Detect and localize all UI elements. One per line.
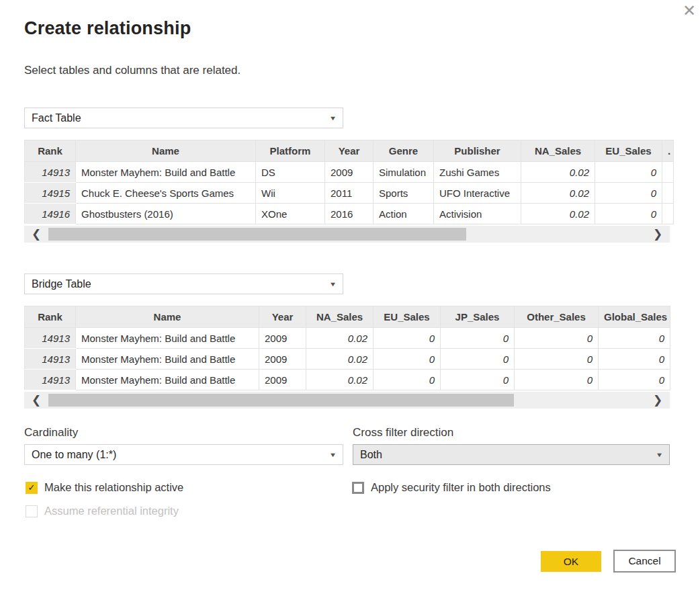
cell: 2009 [325, 162, 374, 183]
checkbox-unchecked-icon[interactable] [352, 482, 364, 494]
scrollbar-thumb[interactable] [48, 394, 514, 407]
cell: 2009 [259, 370, 306, 390]
cell: 2011 [325, 183, 374, 204]
bridge-table-select-value: Bridge Table [32, 278, 324, 290]
cell: 0 [595, 162, 662, 183]
cross-filter-label: Cross filter direction [353, 426, 453, 439]
cardinality-label: Cardinality [24, 426, 78, 439]
scroll-right-icon[interactable]: ❯ [646, 226, 670, 243]
cell [662, 183, 674, 204]
chevron-down-icon: ▼ [329, 452, 337, 458]
column-header[interactable]: . [662, 140, 674, 162]
cell: 0 [515, 370, 599, 390]
apply-security-filter-label: Apply security filter in both directions [371, 481, 551, 494]
column-header[interactable]: Global_Sales [599, 306, 670, 328]
cell: 2016 [325, 204, 374, 224]
cell: 0 [595, 204, 662, 224]
table-header-row: RankNamePlatformYearGenrePublisherNA_Sal… [25, 140, 674, 162]
cell: Chuck E. Cheese's Sports Games [76, 183, 256, 204]
column-header[interactable]: Rank [25, 306, 76, 328]
cell: 2009 [259, 328, 306, 349]
cell: 0 [374, 328, 441, 349]
bridge-table-scrollbar[interactable]: ❮ ❯ [24, 392, 670, 409]
chevron-down-icon: ▼ [329, 115, 337, 122]
checkbox-disabled-icon [26, 505, 38, 517]
cancel-button[interactable]: Cancel [613, 550, 676, 573]
column-header[interactable]: Platform [256, 140, 325, 162]
page-title: Create relationship [24, 18, 191, 39]
column-header[interactable]: Rank [25, 140, 76, 162]
bridge-table-select[interactable]: Bridge Table ▼ [24, 273, 343, 294]
cell: 0 [441, 370, 515, 390]
cell: 0 [595, 183, 662, 204]
cell: 0.02 [521, 162, 595, 183]
scrollbar-track[interactable] [48, 228, 646, 241]
cell: Monster Mayhem: Build and Battle [76, 328, 259, 349]
column-header[interactable]: Year [259, 306, 306, 328]
cardinality-select[interactable]: One to many (1:*) ▼ [24, 444, 343, 465]
cell: 0 [515, 328, 599, 349]
fact-table-scrollbar[interactable]: ❮ ❯ [24, 226, 670, 243]
cell: Simulation [374, 162, 434, 183]
fact-table-grid: RankNamePlatformYearGenrePublisherNA_Sal… [24, 140, 674, 224]
cell: Monster Mayhem: Build and Battle [76, 162, 256, 183]
make-relationship-active-checkbox[interactable]: ✓ Make this relationship active [26, 481, 183, 494]
ok-button[interactable]: OK [541, 551, 601, 572]
column-header[interactable]: EU_Sales [374, 306, 441, 328]
cell: 14913 [25, 328, 76, 349]
table-row[interactable]: 14913Monster Mayhem: Build and BattleDS2… [25, 162, 674, 183]
column-header[interactable]: NA_Sales [521, 140, 595, 162]
fact-table-select[interactable]: Fact Table ▼ [24, 108, 343, 128]
cell: 14913 [25, 370, 76, 390]
chevron-down-icon: ▼ [656, 452, 664, 458]
dialog-subtitle: Select tables and columns that are relat… [24, 64, 240, 77]
cell: 0 [441, 349, 515, 370]
column-header[interactable]: EU_Sales [595, 140, 662, 162]
table-row[interactable]: 14916Ghostbusters (2016)XOne2016ActionAc… [25, 204, 674, 224]
cell: Wii [256, 183, 325, 204]
close-icon[interactable]: ✕ [679, 0, 700, 22]
cell: DS [256, 162, 325, 183]
table-row[interactable]: 14913Monster Mayhem: Build and Battle200… [25, 328, 670, 349]
cell: 0.02 [521, 204, 595, 224]
cell: 0 [599, 349, 670, 370]
scrollbar-thumb[interactable] [48, 228, 466, 241]
apply-security-filter-checkbox[interactable]: Apply security filter in both directions [352, 481, 551, 494]
cell: 2009 [259, 349, 306, 370]
cell: 0 [374, 370, 441, 390]
column-header[interactable]: JP_Sales [441, 306, 515, 328]
chevron-down-icon: ▼ [329, 281, 337, 288]
cell: 0.02 [306, 328, 374, 349]
table-header-row: RankNameYearNA_SalesEU_SalesJP_SalesOthe… [25, 306, 670, 328]
column-header[interactable]: Year [325, 140, 374, 162]
scrollbar-track[interactable] [48, 394, 646, 407]
cell: Zushi Games [434, 162, 521, 183]
cross-filter-select[interactable]: Both ▼ [353, 444, 670, 465]
scroll-left-icon[interactable]: ❮ [24, 226, 48, 243]
cross-filter-select-value: Both [360, 449, 651, 461]
column-header[interactable]: Name [76, 306, 259, 328]
table-row[interactable]: 14913Monster Mayhem: Build and Battle200… [25, 349, 670, 370]
cell: 0.02 [306, 370, 374, 390]
column-header[interactable]: Name [76, 140, 256, 162]
checkbox-checked-icon[interactable]: ✓ [26, 482, 38, 494]
column-header[interactable]: NA_Sales [306, 306, 374, 328]
scroll-left-icon[interactable]: ❮ [24, 392, 48, 409]
cell [662, 162, 674, 183]
assume-referential-integrity-label: Assume referential integrity [44, 505, 179, 517]
cell: XOne [256, 204, 325, 224]
table-row[interactable]: 14913Monster Mayhem: Build and Battle200… [25, 370, 670, 390]
cell: 0 [599, 328, 670, 349]
cell: 0 [441, 328, 515, 349]
cell: Activision [434, 204, 521, 224]
column-header[interactable]: Publisher [434, 140, 521, 162]
cell: Action [374, 204, 434, 224]
bridge-table-grid: RankNameYearNA_SalesEU_SalesJP_SalesOthe… [24, 306, 670, 390]
cell: 0 [599, 370, 670, 390]
cardinality-select-value: One to many (1:*) [32, 449, 324, 461]
cell: 0 [515, 349, 599, 370]
column-header[interactable]: Other_Sales [515, 306, 599, 328]
scroll-right-icon[interactable]: ❯ [646, 392, 670, 409]
column-header[interactable]: Genre [374, 140, 434, 162]
table-row[interactable]: 14915Chuck E. Cheese's Sports GamesWii20… [25, 183, 674, 204]
